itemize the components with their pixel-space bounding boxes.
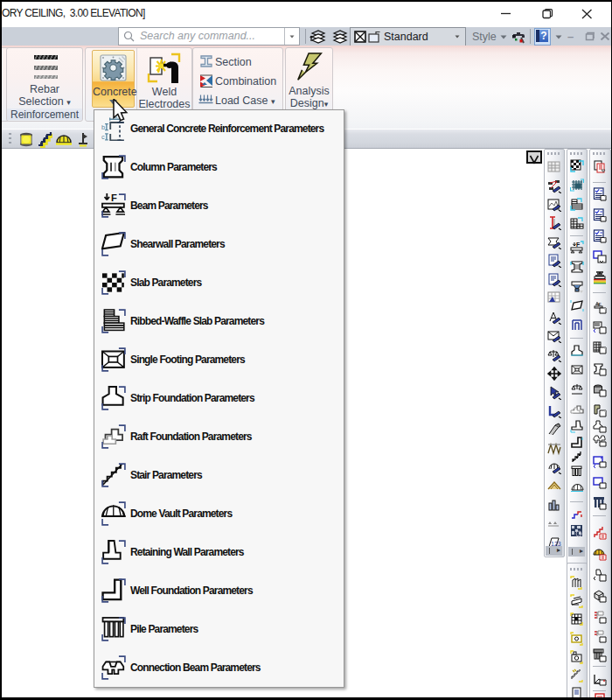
svg-text:b: b <box>101 123 105 131</box>
svg-text:c: c <box>101 133 105 141</box>
svg-text:F: F <box>576 242 581 248</box>
svg-text:F: F <box>111 193 117 203</box>
